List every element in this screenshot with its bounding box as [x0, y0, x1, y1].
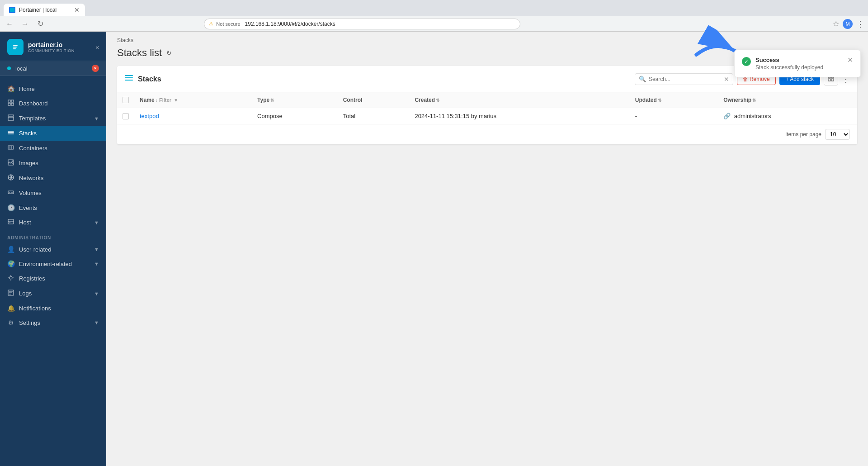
user-related-icon: 👤: [7, 246, 14, 253]
sidebar-item-user-related[interactable]: 👤 User-related ▼: [0, 242, 106, 257]
tab-close-button[interactable]: ✕: [74, 6, 80, 14]
updated-col-header[interactable]: Updated⇅: [630, 92, 718, 108]
success-notification: ✓ Success Stack successfully deployed ✕: [734, 50, 861, 77]
sidebar-item-home[interactable]: 🏠 Home: [0, 81, 106, 96]
svg-rect-14: [9, 223, 10, 223]
sidebar-item-images-label: Images: [19, 160, 38, 166]
svg-rect-6: [8, 115, 14, 116]
sidebar-nav: 🏠 Home Dashboard Templates ▼ S: [0, 78, 106, 466]
sidebar-item-environment-related[interactable]: 🌍 Environment-related ▼: [0, 257, 106, 271]
host-icon: [7, 219, 14, 226]
svg-rect-7: [8, 117, 14, 120]
sidebar-item-registries-label: Registries: [19, 275, 45, 282]
row-name-cell: textpod: [134, 108, 252, 124]
logs-chevron-icon: ▼: [94, 291, 99, 296]
name-col-header[interactable]: Name↓ Filter ▼: [134, 92, 252, 108]
browser-tab-active[interactable]: Portainer | local ✕: [4, 4, 85, 16]
notifications-icon: 🔔: [7, 304, 14, 312]
sidebar-item-host[interactable]: Host ▼: [0, 215, 106, 230]
bookmark-icon[interactable]: ☆: [833, 19, 839, 28]
sidebar-item-registries[interactable]: Registries: [0, 271, 106, 286]
sidebar-collapse-button[interactable]: «: [95, 43, 99, 51]
search-input[interactable]: [649, 76, 721, 82]
ownership-col-header[interactable]: Ownership⇅: [718, 92, 857, 108]
sidebar-item-environment-related-label: Environment-related: [19, 261, 72, 267]
registries-icon: [7, 275, 14, 282]
row-updated-cell: -: [630, 108, 718, 124]
settings-icon: ⚙: [7, 319, 14, 326]
sidebar-item-events[interactable]: 🕐 Events: [0, 200, 106, 215]
created-sort-icon: ⇅: [436, 98, 439, 103]
select-all-col: [117, 92, 134, 108]
logo-icon: [7, 39, 24, 55]
select-all-checkbox[interactable]: [123, 97, 129, 103]
created-col-header[interactable]: Created⇅: [409, 92, 629, 108]
svg-rect-0: [10, 8, 14, 12]
menu-icon[interactable]: ⋮: [856, 19, 864, 29]
items-per-page-select[interactable]: 10 25 50 100: [825, 129, 850, 140]
svg-rect-5: [11, 103, 14, 105]
sidebar-item-dashboard-label: Dashboard: [19, 100, 48, 107]
user-related-chevron-icon: ▼: [94, 247, 99, 252]
sidebar-item-volumes[interactable]: Volumes: [0, 185, 106, 200]
environment-related-icon: 🌍: [7, 260, 14, 267]
logo-text: portainer.io COMMUNITY EDITION: [28, 41, 75, 53]
row-type-cell: Compose: [252, 108, 338, 124]
security-icon: ⚠: [209, 21, 213, 27]
stacks-panel-icon: [124, 73, 133, 85]
profile-icon[interactable]: M: [843, 19, 853, 29]
sidebar-item-notifications[interactable]: 🔔 Notifications: [0, 301, 106, 315]
sidebar-item-templates[interactable]: Templates ▼: [0, 111, 106, 126]
sidebar-item-settings-label: Settings: [19, 319, 40, 326]
notification-message: Stack successfully deployed: [755, 64, 843, 71]
sidebar-item-stacks[interactable]: Stacks: [0, 126, 106, 141]
stacks-table: Name↓ Filter ▼ Type⇅ Control Created⇅: [117, 92, 857, 124]
networks-icon: [7, 174, 14, 182]
sidebar-item-user-related-label: User-related: [19, 246, 52, 253]
sidebar-item-logs[interactable]: Logs ▼: [0, 286, 106, 301]
sidebar-item-notifications-label: Notifications: [19, 305, 51, 312]
type-col-header[interactable]: Type⇅: [252, 92, 338, 108]
notification-title: Success: [755, 57, 843, 63]
success-icon: ✓: [742, 57, 751, 66]
sidebar-item-volumes-label: Volumes: [19, 190, 42, 196]
sidebar-item-stacks-label: Stacks: [19, 130, 37, 137]
row-checkbox[interactable]: [123, 113, 129, 119]
templates-icon: [7, 114, 14, 122]
browser-tabs: Portainer | local ✕: [0, 0, 868, 16]
sidebar-item-dashboard[interactable]: Dashboard: [0, 96, 106, 111]
search-box[interactable]: 🔍 ✕: [635, 73, 733, 85]
items-per-page-label: Items per page: [785, 131, 821, 138]
notification-close-button[interactable]: ✕: [847, 56, 853, 64]
stack-link-textpod[interactable]: textpod: [140, 113, 159, 119]
sidebar-env-label: local: [15, 65, 28, 72]
sidebar-item-images[interactable]: Images: [0, 156, 106, 171]
search-clear-button[interactable]: ✕: [724, 76, 729, 83]
sidebar-item-host-label: Host: [19, 219, 31, 226]
containers-icon: [7, 144, 14, 152]
search-icon: 🔍: [639, 76, 646, 82]
sidebar-item-home-label: Home: [19, 86, 35, 92]
env-close-badge[interactable]: ✕: [92, 65, 99, 72]
sidebar-item-networks[interactable]: Networks: [0, 171, 106, 185]
address-bar[interactable]: ⚠ Not secure 192.168.1.18:9000/#!/2/dock…: [204, 19, 520, 29]
back-button[interactable]: ←: [4, 18, 15, 30]
ownership-sort-icon: ⇅: [752, 98, 756, 103]
main-content: Stacks Stacks list ↻ Stacks 🔍 ✕: [106, 32, 868, 466]
svg-rect-4: [8, 103, 10, 105]
table-row: textpod Compose Total 2024-11-11 15:31:1…: [117, 108, 857, 124]
row-ownership-cell: 🔗 administrators: [718, 108, 857, 124]
type-sort-icon: ⇅: [270, 98, 274, 103]
images-icon: [7, 159, 14, 167]
home-icon: 🏠: [7, 85, 14, 92]
sidebar-item-local[interactable]: local ✕: [0, 61, 106, 76]
sidebar-item-events-label: Events: [19, 204, 37, 211]
sidebar-item-settings[interactable]: ⚙ Settings ▼: [0, 315, 106, 330]
sidebar: portainer.io COMMUNITY EDITION « local ✕…: [0, 32, 106, 466]
sidebar-item-containers[interactable]: Containers: [0, 141, 106, 156]
forward-button[interactable]: →: [19, 18, 31, 30]
refresh-button[interactable]: ↻: [166, 49, 172, 57]
settings-chevron-icon: ▼: [94, 320, 99, 325]
reload-button[interactable]: ↻: [34, 18, 46, 30]
svg-rect-13: [8, 219, 14, 224]
